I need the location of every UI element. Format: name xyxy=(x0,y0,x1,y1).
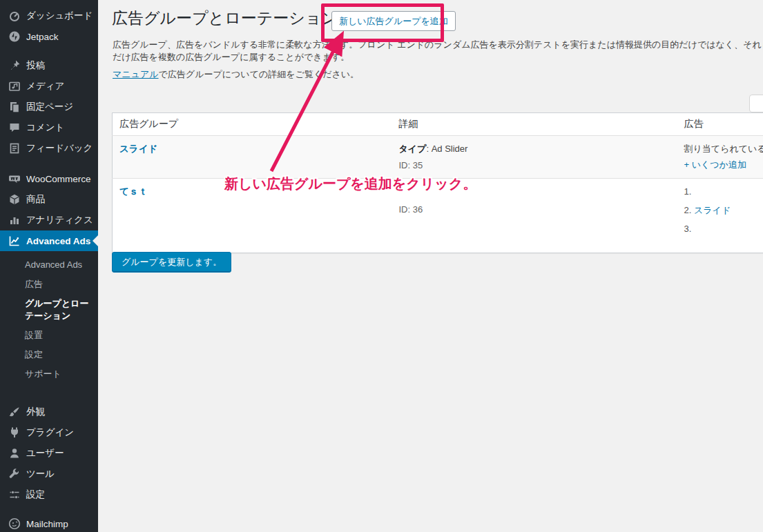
group-id: ID: 35 xyxy=(399,160,670,170)
sidebar-label: プラグイン xyxy=(26,426,74,439)
ads-list-item: 1. xyxy=(684,186,763,197)
manual-link[interactable]: マニュアル xyxy=(113,69,159,79)
sidebar-label: コメント xyxy=(26,121,64,134)
pushpin-icon xyxy=(8,59,21,72)
bar-chart-icon xyxy=(8,214,21,226)
sidebar-label: ダッシュボード xyxy=(26,10,93,22)
sidebar-separator xyxy=(0,391,98,402)
sidebar-item-woocommerce[interactable]: WooCommerce xyxy=(0,168,98,189)
dashboard-gauge-icon xyxy=(8,10,21,22)
update-groups-button[interactable]: グループを更新します。 xyxy=(112,252,231,273)
sidebar-item-media[interactable]: メディア xyxy=(0,76,98,97)
jetpack-icon xyxy=(8,30,21,43)
ads-list-item: 2. スライド xyxy=(684,204,763,216)
assigned-ads-list: 1. 2. スライド 3. xyxy=(684,186,763,235)
group-name-link[interactable]: てｓｔ xyxy=(119,186,148,197)
ads-list-item: 3. xyxy=(684,223,763,235)
sidebar-item-jetpack[interactable]: Jetpack xyxy=(0,26,98,47)
sidebar-item-mailchimp[interactable]: Mailchimp xyxy=(0,513,98,532)
media-icon xyxy=(8,80,21,92)
comment-bubble-icon xyxy=(8,121,21,134)
table-header-row: 広告グループ 詳細 広告 xyxy=(113,113,763,136)
assigned-ads-text: 割り当てられている広告 xyxy=(684,143,763,155)
manual-hint: マニュアルで広告グループについての詳細をご覧ください。 xyxy=(113,68,359,81)
add-some-ads-link[interactable]: + いくつか追加 xyxy=(684,159,746,170)
sidebar-label: ユーザー xyxy=(26,447,64,460)
submenu-item-settings[interactable]: 設定 xyxy=(25,345,93,364)
sidebar-separator xyxy=(0,47,98,55)
admin-sidebar: ダッシュボード Jetpack 投稿 メディア 固定ページ xyxy=(0,0,98,532)
submenu-item-placements[interactable]: 設置 xyxy=(25,326,93,345)
advanced-ads-submenu: Advanced Ads 広告 グループとローテーション 設置 設定 サポート xyxy=(0,251,98,391)
assigned-ad-link[interactable]: スライド xyxy=(694,205,731,215)
intro-text-line2: だけ広告を複数の広告グループに属することができます。 xyxy=(113,51,349,63)
sidebar-label: ツール xyxy=(26,468,55,480)
main-content: 広告グループとローテーション 新しい広告グループを追加 広告グループ、広告をバン… xyxy=(98,0,763,532)
sidebar-label: フィードバック xyxy=(26,142,93,155)
woocommerce-bubble-icon xyxy=(8,173,21,185)
page-title: 広告グループとローテーション xyxy=(112,8,338,29)
sidebar-item-users[interactable]: ユーザー xyxy=(0,443,98,464)
submenu-item-support[interactable]: サポート xyxy=(25,364,93,384)
sidebar-separator xyxy=(0,159,98,168)
sidebar-separator xyxy=(0,505,98,513)
paintbrush-icon xyxy=(8,406,21,418)
intro-text-line1: 広告グループ、広告をバンドルする非常に柔軟な方法です。フロント エンドのランダム… xyxy=(113,39,763,51)
group-id: ID: 36 xyxy=(399,204,670,215)
sidebar-item-appearance[interactable]: 外観 xyxy=(0,402,98,422)
sidebar-item-feedback[interactable]: フィードバック xyxy=(0,138,98,159)
user-icon xyxy=(8,447,21,460)
sidebar-label: 設定 xyxy=(26,489,45,501)
sidebar-label: メディア xyxy=(26,80,64,92)
submenu-item-ads[interactable]: 広告 xyxy=(25,275,93,294)
sidebar-item-analytics[interactable]: アナリティクス xyxy=(0,210,98,230)
column-header-details: 詳細 xyxy=(392,113,677,136)
sliders-icon xyxy=(8,489,21,501)
sidebar-label: Advanced Ads xyxy=(26,236,90,246)
sidebar-item-dashboard[interactable]: ダッシュボード xyxy=(0,6,98,26)
table-row: スライド タイプ: Ad Slider ID: 35 割り当てられている広告 +… xyxy=(113,136,763,179)
sidebar-item-settings[interactable]: 設定 xyxy=(0,484,98,505)
sidebar-label: 固定ページ xyxy=(26,101,73,113)
sidebar-label: Mailchimp xyxy=(26,519,68,529)
sidebar-item-tools[interactable]: ツール xyxy=(0,464,98,484)
sidebar-item-products[interactable]: 商品 xyxy=(0,189,98,210)
add-new-group-button[interactable]: 新しい広告グループを追加 xyxy=(331,11,456,31)
sidebar-item-comments[interactable]: コメント xyxy=(0,117,98,138)
wordpress-admin-screen: ダッシュボード Jetpack 投稿 メディア 固定ページ xyxy=(0,0,763,532)
submenu-item-groups-rotation[interactable]: グループとローテーション xyxy=(25,294,93,326)
pages-icon xyxy=(8,101,21,113)
line-chart-icon xyxy=(8,235,21,247)
column-header-group: 広告グループ xyxy=(113,113,392,136)
sidebar-item-posts[interactable]: 投稿 xyxy=(0,55,98,76)
plug-icon xyxy=(8,426,21,439)
group-type: タイプ: Ad Slider xyxy=(399,143,670,155)
mailchimp-icon xyxy=(8,518,21,530)
sidebar-item-pages[interactable]: 固定ページ xyxy=(0,97,98,117)
sidebar-item-plugins[interactable]: プラグイン xyxy=(0,422,98,443)
sidebar-label: アナリティクス xyxy=(26,214,93,226)
table-row: てｓｔ ID: 36 1. 2. スライド 3. xyxy=(113,179,763,253)
wrench-icon xyxy=(8,468,21,480)
sidebar-label: WooCommerce xyxy=(26,174,91,184)
sidebar-label: 投稿 xyxy=(26,59,45,72)
sidebar-item-advanced-ads[interactable]: Advanced Ads xyxy=(0,230,98,251)
sidebar-label: 商品 xyxy=(26,193,45,206)
column-header-ads: 広告 xyxy=(677,113,763,136)
submenu-item-advanced-ads[interactable]: Advanced Ads xyxy=(25,255,93,275)
feedback-form-icon xyxy=(8,142,21,155)
ad-groups-table: 広告グループ 詳細 広告 スライド タイプ: Ad Slider ID: 35 … xyxy=(112,112,763,253)
sidebar-label: Jetpack xyxy=(26,32,59,42)
cube-icon xyxy=(8,193,21,206)
manual-hint-text: で広告グループについての詳細をご覧ください。 xyxy=(159,69,360,79)
sidebar-label: 外観 xyxy=(26,406,45,418)
group-search-input[interactable] xyxy=(749,95,763,112)
group-name-link[interactable]: スライド xyxy=(119,144,157,154)
